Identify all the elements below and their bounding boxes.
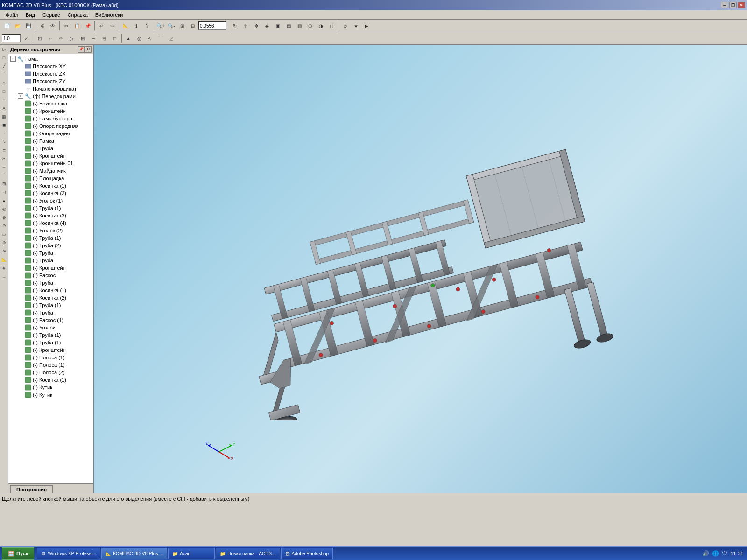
tree-item[interactable]: Плоскость XY	[8, 63, 93, 70]
view-top-btn[interactable]: ▤	[283, 21, 294, 31]
tree-item[interactable]: Плоскость ZY	[8, 77, 93, 85]
taskbar-item-0[interactable]: 🖥 Windows XP Professi...	[37, 548, 100, 559]
view-front-btn[interactable]: ▣	[273, 21, 283, 31]
tree-item[interactable]: (-) Опора передняя	[8, 122, 93, 130]
spline-tool[interactable]: ∿	[0, 138, 8, 146]
point-tool[interactable]: ·	[0, 130, 8, 137]
group-btn[interactable]: ⊞	[78, 33, 88, 43]
extend-tool[interactable]: →	[0, 163, 8, 171]
tree-item[interactable]: (-) Косинка (1)	[8, 376, 93, 384]
3d-extrude-tool[interactable]: ▲	[0, 197, 8, 204]
array-btn[interactable]: ⊟	[99, 33, 109, 43]
undo-btn[interactable]: ↩	[96, 21, 106, 31]
copy-btn[interactable]: 📋	[72, 21, 82, 31]
hatch-tool[interactable]: ▦	[0, 113, 8, 120]
tree-item[interactable]: (-) Кутик	[8, 384, 93, 391]
rect-tool[interactable]: □	[0, 88, 8, 95]
zoom-out-btn[interactable]: 🔍-	[166, 21, 176, 31]
tree-item[interactable]: (-) Кронштейн	[8, 346, 93, 354]
measure3d-tool[interactable]: 📐	[0, 256, 8, 263]
trim-tool[interactable]: ✂	[0, 155, 8, 162]
fillet-tool[interactable]: ⌒	[0, 172, 8, 179]
tree-item[interactable]: (-) Косинка (3)	[8, 212, 93, 219]
help-btn[interactable]: ?	[142, 21, 152, 31]
tree-item[interactable]: (-) Кронштейн-01	[8, 160, 93, 167]
viewport-3d[interactable]: Y Z X	[94, 45, 747, 493]
print-btn[interactable]: 🖨	[37, 21, 47, 31]
tree-item[interactable]: (-) Труба	[8, 279, 93, 287]
revolve-btn[interactable]: ◎	[134, 33, 144, 43]
taskbar-item-1[interactable]: 📐 КОМПАС-3D V8 Plus ...	[101, 548, 167, 559]
tab-build[interactable]: Построение	[10, 485, 53, 493]
text-tool[interactable]: A	[0, 105, 8, 112]
tree-item[interactable]: (-) Рама бункера	[8, 115, 93, 122]
wireframe-btn[interactable]: ◻	[326, 21, 337, 31]
zoom-rect-btn[interactable]: ⊟	[188, 21, 198, 31]
tree-item[interactable]: (-) Уголок (2)	[8, 227, 93, 234]
tree-close-btn[interactable]: ✕	[85, 46, 92, 53]
view-perspective-btn[interactable]: ⬡	[305, 21, 315, 31]
circle-tool[interactable]: ○	[0, 79, 8, 87]
shading-btn[interactable]: ◑	[316, 21, 326, 31]
3d-revolve-tool[interactable]: ◎	[0, 205, 8, 213]
point3d-tool[interactable]: ⊗	[0, 247, 8, 255]
axis-tool[interactable]: ⊕	[0, 239, 8, 246]
fill-tool[interactable]: ◼	[0, 121, 8, 129]
zoom-in-btn[interactable]: 🔍+	[155, 21, 166, 31]
taskbar-item-3[interactable]: 📁 Новая папка - ACDS...	[216, 548, 280, 559]
zoom-value-input[interactable]	[198, 21, 226, 30]
close-button[interactable]: ✕	[738, 2, 745, 8]
start-button[interactable]: 🪟 Пуск	[2, 547, 34, 560]
tree-item[interactable]: (-) Косинка (1)	[8, 287, 93, 294]
scale-apply-btn[interactable]: ✓	[21, 33, 31, 43]
new-btn[interactable]: 📄	[2, 21, 12, 31]
tree-item[interactable]: (-) Бокова ліва	[8, 100, 93, 107]
tree-item[interactable]: (-) Полоса (2)	[8, 369, 93, 376]
tree-item[interactable]: (-) Кронштейн	[8, 264, 93, 272]
dim-tool[interactable]: ↔	[0, 96, 8, 104]
tree-item[interactable]: (-) Труба	[8, 257, 93, 264]
taskbar-item-4[interactable]: 🖼 Adobe Photoshop	[281, 548, 333, 559]
menu-view[interactable]: Вид	[22, 11, 39, 19]
section-btn[interactable]: ⊘	[340, 21, 350, 31]
constraint-btn[interactable]: ⊡	[35, 33, 45, 43]
tree-item[interactable]: Плоскость ZX	[8, 70, 93, 77]
tree-item[interactable]: (-) Труба	[8, 249, 93, 257]
tree-item[interactable]: (-) Косинка (2)	[8, 189, 93, 197]
tree-item[interactable]: (-) Майданчик	[8, 167, 93, 175]
tree-item[interactable]: (-) Кронштейн	[8, 107, 93, 115]
menu-libraries[interactable]: Библиотеки	[92, 11, 127, 19]
tree-item[interactable]: (-) Косинка (1)	[8, 182, 93, 189]
menu-service[interactable]: Сервис	[39, 11, 64, 19]
menu-file[interactable]: Файл	[2, 11, 22, 19]
menu-help[interactable]: Справка	[64, 11, 92, 19]
tree-item[interactable]: −🔧Рама	[8, 55, 93, 63]
mirror-btn[interactable]: ⊣	[88, 33, 99, 43]
rotate-btn[interactable]: ↻	[230, 21, 240, 31]
render-btn[interactable]: ★	[351, 21, 361, 31]
redo-btn[interactable]: ↪	[107, 21, 117, 31]
select-tool[interactable]: ▷	[0, 46, 8, 53]
open-btn[interactable]: 📂	[13, 21, 23, 31]
tree-item[interactable]: (-) Раскос (1)	[8, 316, 93, 324]
3d-hole-tool[interactable]: ⊙	[0, 222, 8, 230]
tree-item[interactable]: (-) Труба (1)	[8, 331, 93, 339]
sketch-tool[interactable]: □	[0, 54, 8, 62]
restore-button[interactable]: ❐	[729, 2, 737, 8]
fillet-btn[interactable]: ⌒	[155, 33, 166, 43]
save-btn[interactable]: 💾	[23, 21, 34, 31]
scale-input[interactable]	[2, 34, 21, 42]
tree-item[interactable]: ✛Начало координат	[8, 85, 93, 92]
paste-btn[interactable]: 📌	[83, 21, 93, 31]
offset-tool[interactable]: ⊂	[0, 147, 8, 154]
tree-content[interactable]: −🔧РамаПлоскость XYПлоскость ZXПлоскость …	[8, 54, 93, 483]
tree-item[interactable]: (-) Уголок (1)	[8, 197, 93, 204]
tree-item[interactable]: (-) Раскос	[8, 272, 93, 279]
sweep-btn[interactable]: ∿	[145, 33, 155, 43]
preview-btn[interactable]: 👁	[48, 21, 58, 31]
animation-btn[interactable]: ▶	[361, 21, 372, 31]
tree-item[interactable]: (-) Кутик	[8, 391, 93, 399]
plane-tool[interactable]: ▭	[0, 231, 8, 238]
tree-item[interactable]: (-) Косинка (2)	[8, 294, 93, 301]
chamfer-btn[interactable]: ◿	[166, 33, 176, 43]
